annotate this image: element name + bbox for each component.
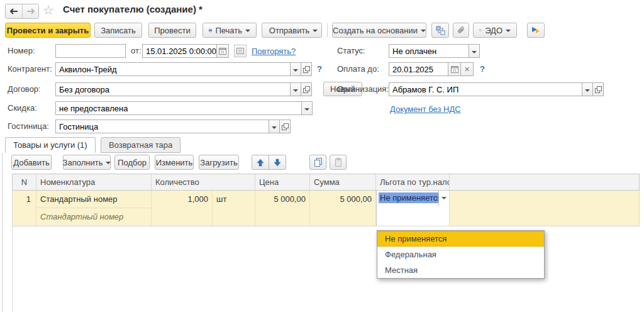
cell-nomenclature[interactable]: Стандартный номер Стандартный номер [36, 191, 152, 226]
organization-dropdown-button[interactable] [582, 82, 593, 96]
nomenclature-content[interactable]: Стандартный номер [36, 208, 151, 226]
move-row-up-button[interactable] [252, 155, 269, 170]
grid-header: N Номенклатура Количество Цена Сумма Льг… [12, 174, 640, 191]
dropdown-option-not-applied[interactable]: Не применяется [377, 231, 544, 247]
counterparty-open-button[interactable] [301, 62, 312, 76]
nomenclature-name[interactable]: Стандартный номер [36, 191, 151, 208]
col-header-nomenclature[interactable]: Номенклатура [36, 174, 152, 190]
journal-list-button[interactable] [234, 45, 247, 57]
write-button[interactable]: Записать [94, 23, 142, 38]
contract-label: Договор: [8, 82, 41, 96]
contract-open-button[interactable] [301, 82, 312, 96]
hotel-dropdown-button[interactable] [269, 120, 280, 133]
paperclip-icon [457, 26, 465, 35]
pick-button[interactable]: Подбор [114, 155, 150, 170]
discussions-icon [531, 26, 540, 35]
add-row-button[interactable]: Добавить [11, 155, 52, 170]
tab-goods-and-services[interactable]: Товары и услуги (1) [5, 137, 96, 153]
discussions-button[interactable] [527, 23, 545, 38]
create-on-basis-button[interactable]: Создать на основании [332, 23, 426, 38]
open-form-icon [303, 86, 310, 93]
cell-quantity[interactable]: 1,000 [152, 191, 213, 226]
open-form-icon [303, 66, 310, 73]
back-button[interactable] [6, 4, 22, 18]
cell-unit[interactable]: шт [213, 191, 255, 226]
status-field[interactable]: Не оплачен [389, 44, 469, 58]
send-label: Отправить [269, 26, 309, 35]
tax-benefit-dropdown-button[interactable] [438, 191, 449, 207]
paste-rows-button[interactable] [330, 155, 347, 170]
counterparty-field[interactable]: Аквилон-Трейд [55, 62, 291, 76]
chevron-down-icon [472, 51, 477, 56]
number-label: Номер: [8, 44, 35, 58]
col-header-tax-benefit[interactable]: Льгота по тур.налогу [376, 174, 450, 190]
calendar-icon [451, 65, 458, 73]
hotel-field[interactable]: Гостиница [55, 120, 269, 133]
edo-button[interactable]: ЭДО [473, 23, 517, 38]
col-header-n[interactable]: N [13, 174, 36, 190]
chevron-down-icon [293, 69, 298, 74]
fill-button[interactable]: Заполнить [63, 155, 111, 170]
page-title: Счет покупателю (создание) * [63, 4, 203, 14]
hotel-open-button[interactable] [279, 120, 291, 133]
no-vat-link[interactable]: Документ без НДС [390, 103, 461, 116]
cell-tax-benefit-editor[interactable]: Не применяется [376, 191, 450, 226]
move-row-down-button[interactable] [269, 155, 286, 170]
date-field[interactable]: 15.01.2025 0:00:00 [142, 44, 217, 58]
send-button[interactable]: Отправить [262, 23, 322, 38]
dropdown-option-local[interactable]: Местная [377, 262, 544, 278]
col-header-quantity[interactable]: Количество [152, 174, 255, 190]
tab-content-border [2, 153, 3, 312]
chevron-down-icon [304, 108, 309, 113]
col-header-price[interactable]: Цена [255, 174, 310, 190]
load-button[interactable]: Загрузить [199, 155, 239, 170]
dropdown-option-federal[interactable]: Федеральная [377, 247, 544, 262]
counterparty-help-link[interactable]: ? [317, 62, 322, 76]
print-button[interactable]: Печать [203, 23, 257, 38]
status-label: Статус: [337, 44, 365, 58]
create-on-basis-label: Создать на основании [333, 26, 418, 35]
cell-price[interactable]: 5 000,00 [255, 191, 310, 226]
date-calendar-button[interactable] [216, 44, 229, 58]
organization-open-button[interactable] [592, 82, 604, 96]
post-button[interactable]: Провести [148, 23, 196, 38]
favorite-star-icon[interactable]: ☆ [43, 3, 54, 18]
change-button[interactable]: Изменить [155, 155, 194, 170]
forward-button[interactable] [22, 4, 38, 18]
tax-benefit-selected-text[interactable]: Не применяется [379, 192, 443, 203]
copy-rows-button[interactable] [309, 155, 326, 170]
attachments-button[interactable] [453, 23, 469, 38]
table-row[interactable]: 1 Стандартный номер Стандартный номер 1,… [12, 191, 640, 226]
counterparty-dropdown-button[interactable] [290, 62, 301, 76]
contract-dropdown-button[interactable] [290, 82, 301, 96]
chevron-down-icon [313, 30, 318, 35]
contract-field[interactable]: Без договора [55, 82, 291, 96]
pay-until-clear-button[interactable]: × [460, 62, 474, 76]
print-label: Печать [215, 26, 242, 35]
discount-dropdown-button[interactable] [301, 101, 313, 115]
tax-benefit-dropdown-list: Не применяется Федеральная Местная [377, 230, 545, 279]
open-form-icon [282, 123, 289, 130]
pay-until-help-link[interactable]: ? [480, 62, 485, 76]
repeat-link[interactable]: Повторять? [252, 45, 296, 58]
organization-label: Организация: [337, 82, 389, 96]
status-dropdown-button[interactable] [469, 44, 480, 58]
number-field[interactable] [55, 44, 126, 58]
tab-returnable-tare[interactable]: Возвратная тара [101, 137, 180, 153]
cell-row-number[interactable]: 1 [13, 191, 36, 226]
col-header-sum[interactable]: Сумма [310, 174, 376, 190]
post-and-close-button[interactable]: Провести и закрыть [5, 23, 91, 38]
chevron-down-icon [441, 197, 447, 202]
nav-history-group [5, 4, 39, 19]
printer-icon [209, 26, 212, 35]
discount-field[interactable]: не предоставлена [55, 101, 302, 115]
related-documents-button[interactable] [431, 23, 449, 38]
cell-sum[interactable]: 5 000,00 [310, 191, 376, 226]
chevron-down-icon [245, 30, 250, 35]
organization-field[interactable]: Абрамов Г. С. ИП [389, 82, 582, 96]
pay-until-field[interactable]: 20.01.2025 [389, 62, 448, 76]
discount-label: Скидка: [8, 101, 37, 115]
related-documents-icon [436, 26, 445, 35]
counterparty-label: Контрагент: [8, 62, 52, 76]
pay-until-calendar-button[interactable] [448, 62, 461, 76]
